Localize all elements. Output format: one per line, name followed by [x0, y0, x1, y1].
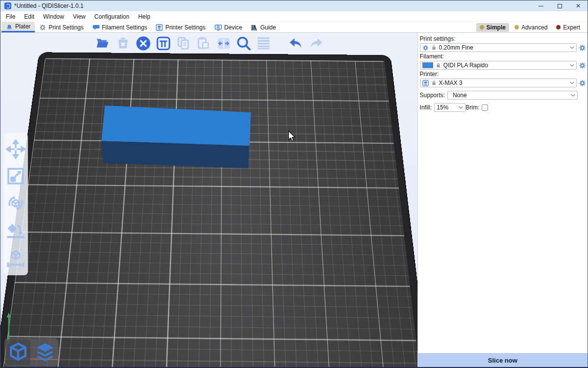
menu-file[interactable]: File — [1, 12, 20, 21]
printer-label: Printer: — [420, 71, 587, 78]
device-monitor-icon — [215, 24, 222, 31]
tab-device[interactable]: Device — [210, 22, 247, 32]
menu-edit[interactable]: Edit — [20, 12, 39, 21]
settings-sidebar: Print settings: 0.20mm Fine Filament: QI… — [417, 33, 588, 367]
advanced-dot-icon — [514, 25, 519, 29]
open-folder-icon — [96, 36, 110, 51]
mode-label: Simple — [487, 24, 506, 31]
search-icon — [236, 35, 251, 51]
gear-icon — [422, 45, 429, 51]
chevron-down-icon — [570, 64, 574, 67]
app-window: *Untitled - QIDISlicer-1.0.1 ✕ File Edit… — [0, 0, 588, 368]
delete-all-icon — [136, 36, 151, 51]
maximize-icon — [558, 4, 562, 8]
tab-label: Printer Settings — [165, 24, 205, 31]
books-icon — [251, 24, 258, 31]
lock-icon — [431, 80, 437, 86]
tab-guide[interactable]: Guide — [246, 22, 280, 32]
tab-bar: Plater Print Settings Filame — [0, 22, 588, 33]
tab-printer-settings[interactable]: Printer Settings — [151, 22, 210, 32]
preview-view-button[interactable] — [33, 340, 57, 365]
print-settings-select[interactable]: 0.20mm Fine — [420, 43, 577, 52]
delete-trash-icon — [116, 36, 130, 50]
redo-button[interactable] — [308, 35, 324, 52]
infill-label: Infill: — [420, 104, 432, 111]
mode-advanced[interactable]: Advanced — [511, 23, 551, 32]
print-bed[interactable] — [0, 53, 417, 367]
close-button[interactable]: ✕ — [569, 0, 588, 11]
simple-dot-icon — [480, 25, 484, 29]
brim-checkbox[interactable] — [482, 105, 488, 111]
slice-now-button[interactable]: Slice now — [418, 353, 588, 367]
move-tool[interactable] — [6, 139, 25, 159]
menu-configuration[interactable]: Configuration — [90, 12, 134, 21]
mode-label: Expert — [563, 24, 580, 31]
tab-label: Device — [224, 24, 243, 31]
editor-view-button[interactable] — [6, 340, 30, 365]
delete-all-button[interactable] — [135, 35, 151, 52]
3d-viewport[interactable] — [0, 33, 417, 367]
maximize-button[interactable] — [550, 0, 569, 11]
rotate-icon — [5, 193, 26, 213]
supports-select[interactable]: None — [447, 91, 578, 100]
tab-label: Guide — [260, 24, 276, 31]
chevron-down-icon — [459, 106, 463, 109]
tab-label: Plater — [15, 23, 30, 30]
place-on-face-icon — [5, 220, 26, 241]
open-button[interactable] — [95, 35, 111, 52]
delete-button[interactable] — [115, 35, 131, 52]
filament-icon — [93, 24, 99, 31]
minimize-button[interactable] — [532, 0, 550, 11]
tab-label: Filament Settings — [102, 24, 147, 31]
gear-icon — [579, 44, 586, 52]
title-bar: *Untitled - QIDISlicer-1.0.1 ✕ — [0, 0, 588, 11]
brim-label: Brim: — [466, 104, 479, 111]
split-button[interactable] — [215, 35, 232, 52]
mode-simple[interactable]: Simple — [476, 23, 509, 32]
printer-select[interactable]: X-MAX 3 — [420, 79, 577, 87]
filament-value: QIDI PLA Rapido — [443, 62, 567, 69]
filament-edit-button[interactable] — [578, 61, 587, 70]
printer-value: X-MAX 3 — [439, 79, 567, 86]
printer-icon — [422, 80, 429, 86]
3d-editor-cube-icon — [7, 342, 29, 363]
app-logo-icon — [4, 2, 11, 9]
measure-tool[interactable] — [5, 248, 26, 269]
print-settings-label: Print settings: — [420, 35, 587, 42]
menu-help[interactable]: Help — [134, 12, 155, 21]
layers-preview-icon — [34, 341, 56, 364]
infill-select[interactable]: 15% — [434, 103, 466, 112]
gear-icon — [39, 24, 46, 31]
arrange-icon — [156, 36, 171, 51]
mode-expert[interactable]: Expert — [553, 23, 584, 32]
minimize-icon — [539, 6, 543, 6]
tab-plater[interactable]: Plater — [1, 22, 35, 32]
printer-edit-button[interactable] — [578, 79, 587, 87]
copy-button[interactable] — [175, 35, 192, 52]
filament-select[interactable]: QIDI PLA Rapido — [420, 61, 577, 70]
variable-layer-height-button[interactable] — [255, 35, 272, 52]
arrange-button[interactable] — [155, 35, 172, 52]
supports-label: Supports: — [420, 92, 445, 99]
search-button[interactable] — [235, 35, 252, 52]
layer-height-icon — [256, 35, 271, 51]
paste-button[interactable] — [195, 35, 212, 52]
tab-filament-settings[interactable]: Filament Settings — [88, 22, 152, 32]
place-on-face-tool[interactable] — [5, 220, 26, 241]
expert-dot-icon — [556, 25, 561, 29]
plater-toolbar — [95, 35, 324, 52]
gear-icon — [579, 79, 586, 87]
rotate-tool[interactable] — [5, 193, 26, 213]
mode-switcher: Simple Advanced Expert — [476, 22, 588, 32]
lock-icon — [436, 62, 441, 68]
chevron-down-icon — [570, 81, 574, 84]
chevron-down-icon — [570, 46, 574, 49]
tab-print-settings[interactable]: Print Settings — [35, 22, 88, 32]
menu-view[interactable]: View — [69, 12, 90, 21]
menu-window[interactable]: Window — [39, 12, 69, 21]
undo-button[interactable] — [288, 35, 304, 52]
scale-tool[interactable] — [6, 166, 25, 186]
print-settings-edit-button[interactable] — [578, 44, 587, 52]
plater-icon — [6, 23, 13, 30]
infill-value: 15% — [437, 104, 456, 111]
